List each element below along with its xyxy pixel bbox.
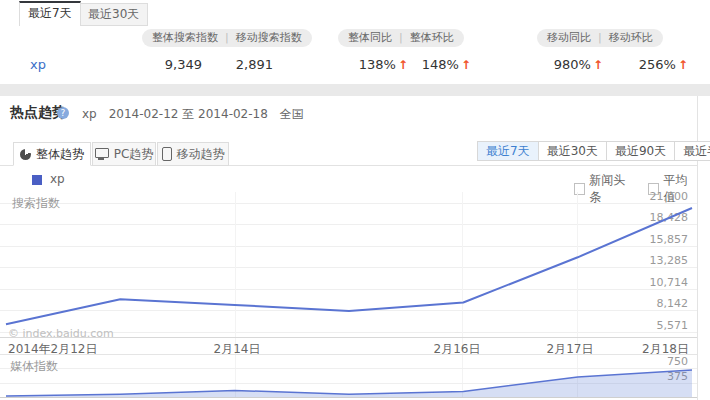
- trend-region: 全国: [280, 107, 304, 121]
- time-range-group: 最近7天 最近30天 最近90天 最近半年 全部: [477, 141, 710, 161]
- search-index-chart-title: 搜索指数: [12, 195, 60, 212]
- divider: |: [399, 29, 403, 47]
- tab-label: 整体趋势: [36, 146, 84, 163]
- trend-panel: 热点趋势 ? xp2014-02-12 至 2014-02-18全国 整体趋势 …: [0, 96, 698, 400]
- trend-keyword: xp: [82, 107, 97, 121]
- header-search-index-group: 整体搜索指数 | 移动搜索指数: [142, 29, 312, 47]
- mobile-icon: [162, 147, 172, 161]
- tab-label: PC趋势: [114, 146, 154, 163]
- search-index-line-chart: [0, 192, 697, 337]
- mobile-mom-value: 256%↑: [613, 57, 688, 72]
- up-arrow-icon: ↑: [593, 58, 603, 72]
- watermark: © index.baidu.com: [8, 327, 114, 340]
- baidu-index-page: 最近7天 最近30天 整体搜索指数 | 移动搜索指数 整体同比 | 整体环比 移…: [0, 0, 710, 400]
- legend-color-swatch[interactable]: [32, 175, 42, 185]
- search-index-series-line: [6, 208, 692, 324]
- tab-mobile-trend[interactable]: 移动趋势: [157, 142, 229, 166]
- header-mobile-yoy: 移动同比: [547, 29, 591, 47]
- mobile-yoy-number: 980%: [554, 57, 591, 72]
- mobile-yoy-value: 980%↑: [528, 57, 603, 72]
- header-mobile-ratio-group: 移动同比 | 移动环比: [537, 29, 663, 47]
- section-divider: [0, 84, 710, 96]
- divider: |: [598, 29, 602, 47]
- media-index-chart-title: 媒体指数: [10, 358, 58, 375]
- trend-date-range: 2014-02-12 至 2014-02-18: [109, 107, 268, 121]
- header-mobile-mom: 移动环比: [609, 29, 653, 47]
- keyword-link[interactable]: xp: [30, 57, 46, 72]
- tab-overall-trend[interactable]: 整体趋势: [13, 142, 91, 166]
- header-mobile-search-index: 移动搜索指数: [236, 29, 302, 47]
- media-index-area-fill: [6, 370, 692, 397]
- overall-search-index-value: 9,349: [130, 57, 202, 72]
- overall-mom-number: 148%: [422, 57, 459, 72]
- overall-yoy-number: 138%: [359, 57, 396, 72]
- header-overall-ratio-group: 整体同比 | 整体环比: [338, 29, 464, 47]
- legend-series-label[interactable]: xp: [50, 172, 65, 186]
- tab-pc-trend[interactable]: PC趋势: [92, 142, 156, 166]
- monitor-icon: [95, 148, 109, 158]
- range-90-days-button[interactable]: 最近90天: [606, 142, 674, 160]
- question-icon[interactable]: ?: [57, 107, 69, 119]
- mobile-search-index-value: 2,891: [205, 57, 273, 72]
- header-overall-mom: 整体环比: [410, 29, 454, 47]
- up-arrow-icon: ↑: [678, 58, 688, 72]
- mobile-mom-number: 256%: [639, 57, 676, 72]
- range-30-days-button[interactable]: 最近30天: [538, 142, 606, 160]
- header-overall-yoy: 整体同比: [348, 29, 392, 47]
- tab-last-7-days[interactable]: 最近7天: [19, 1, 81, 26]
- pie-chart-icon: [20, 149, 31, 160]
- header-overall-search-index: 整体搜索指数: [152, 29, 218, 47]
- up-arrow-icon: ↑: [461, 58, 471, 72]
- range-half-year-button[interactable]: 最近半年: [674, 142, 710, 160]
- overall-mom-value: 148%↑: [395, 57, 471, 72]
- tab-last-30-days[interactable]: 最近30天: [79, 3, 148, 26]
- tab-label: 移动趋势: [177, 146, 225, 163]
- trend-meta: xp2014-02-12 至 2014-02-18全国: [82, 106, 316, 123]
- divider: |: [225, 29, 229, 47]
- range-7-days-button[interactable]: 最近7天: [478, 142, 538, 160]
- media-index-area-chart: [0, 355, 697, 399]
